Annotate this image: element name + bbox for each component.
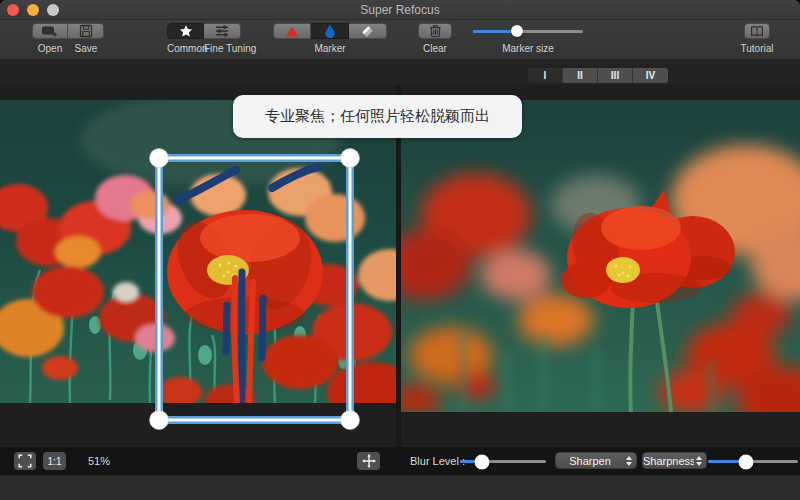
mode-group: Common Fine Tuning bbox=[167, 23, 241, 54]
updown-chevrons-icon bbox=[626, 456, 632, 466]
fit-to-screen-button[interactable] bbox=[14, 452, 36, 470]
red-triangle-icon bbox=[285, 25, 299, 38]
save-label: Save bbox=[68, 43, 104, 54]
content-area: 专业聚焦；任何照片轻松脱颖而出 bbox=[0, 85, 800, 447]
tooltip: 专业聚焦；任何照片轻松脱颖而出 bbox=[233, 95, 522, 138]
common-label: Common bbox=[167, 43, 204, 54]
selection-handle-bottom-left[interactable] bbox=[150, 411, 169, 430]
marker-size-slider[interactable] bbox=[473, 23, 583, 39]
subbar: I II III IV bbox=[0, 60, 800, 85]
view-level-segmented-control: I II III IV bbox=[528, 68, 668, 83]
tooltip-text: 专业聚焦；任何照片轻松脱颖而出 bbox=[265, 107, 490, 126]
star-icon bbox=[179, 24, 193, 38]
trash-icon bbox=[429, 24, 442, 38]
blur-level-label: Blur Level : bbox=[410, 455, 465, 467]
marker-focus-button[interactable] bbox=[311, 23, 349, 39]
clear-group: Clear bbox=[418, 23, 452, 54]
book-icon bbox=[750, 25, 764, 38]
ratio-label: 1:1 bbox=[48, 456, 62, 467]
panel-divider bbox=[396, 85, 401, 447]
pan-button[interactable] bbox=[357, 452, 380, 470]
tutorial-button[interactable] bbox=[744, 23, 770, 39]
tutorial-label: Tutorial bbox=[741, 43, 774, 54]
sharpness-slider[interactable] bbox=[708, 454, 798, 469]
blur-level-slider[interactable] bbox=[460, 454, 546, 469]
param-dropdown-value: Sharpness bbox=[643, 455, 694, 467]
water-drop-icon bbox=[323, 24, 337, 38]
fine-tuning-label: Fine Tuning bbox=[204, 43, 241, 54]
statusbar: 1:1 51% Blur Level : Sharpen Sharpness bbox=[0, 447, 800, 475]
slider-knob[interactable] bbox=[475, 454, 490, 469]
fine-tuning-tab-button[interactable] bbox=[204, 23, 241, 39]
marker-group: Marker bbox=[273, 23, 387, 54]
selection-handle-bottom-right[interactable] bbox=[341, 411, 360, 430]
original-photo-panel[interactable] bbox=[0, 100, 396, 403]
sliders-icon bbox=[215, 24, 229, 38]
marker-size-group: Marker size bbox=[473, 23, 583, 54]
slider-knob[interactable] bbox=[511, 25, 523, 37]
view-level-3[interactable]: III bbox=[598, 68, 633, 83]
toolbar: Open Save bbox=[0, 20, 800, 60]
view-level-4[interactable]: IV bbox=[633, 68, 668, 83]
tutorial-group: Tutorial bbox=[741, 23, 773, 54]
file-group: Open Save bbox=[32, 23, 104, 54]
clear-label: Clear bbox=[423, 43, 447, 54]
marker-eraser-button[interactable] bbox=[349, 23, 387, 39]
floppy-disk-icon bbox=[79, 24, 93, 38]
window-title: Super Refocus bbox=[0, 3, 800, 17]
common-tab-button[interactable] bbox=[167, 23, 204, 39]
open-button[interactable] bbox=[32, 23, 68, 39]
mode-dropdown[interactable]: Sharpen bbox=[555, 452, 637, 469]
marker-background-button[interactable] bbox=[273, 23, 311, 39]
open-label: Open bbox=[32, 43, 68, 54]
fit-screen-icon bbox=[18, 454, 32, 468]
photo-add-icon bbox=[42, 24, 58, 38]
save-button[interactable] bbox=[68, 23, 104, 39]
zoom-level: 51% bbox=[88, 455, 110, 467]
slider-knob[interactable] bbox=[738, 454, 753, 469]
bottom-strip bbox=[0, 475, 800, 500]
view-level-1[interactable]: I bbox=[528, 68, 563, 83]
clear-button[interactable] bbox=[418, 23, 452, 39]
titlebar: Super Refocus bbox=[0, 0, 800, 20]
actual-size-button[interactable]: 1:1 bbox=[43, 452, 66, 470]
eraser-icon bbox=[360, 24, 375, 39]
move-icon bbox=[362, 454, 376, 468]
marker-label: Marker bbox=[314, 43, 345, 54]
mode-dropdown-value: Sharpen bbox=[556, 455, 624, 467]
marker-size-label: Marker size bbox=[502, 43, 554, 54]
view-level-2[interactable]: II bbox=[563, 68, 598, 83]
param-dropdown[interactable]: Sharpness bbox=[642, 452, 707, 469]
updown-chevrons-icon bbox=[696, 456, 702, 466]
result-photo-panel[interactable] bbox=[401, 100, 800, 412]
app-window: Super Refocus bbox=[0, 0, 800, 500]
